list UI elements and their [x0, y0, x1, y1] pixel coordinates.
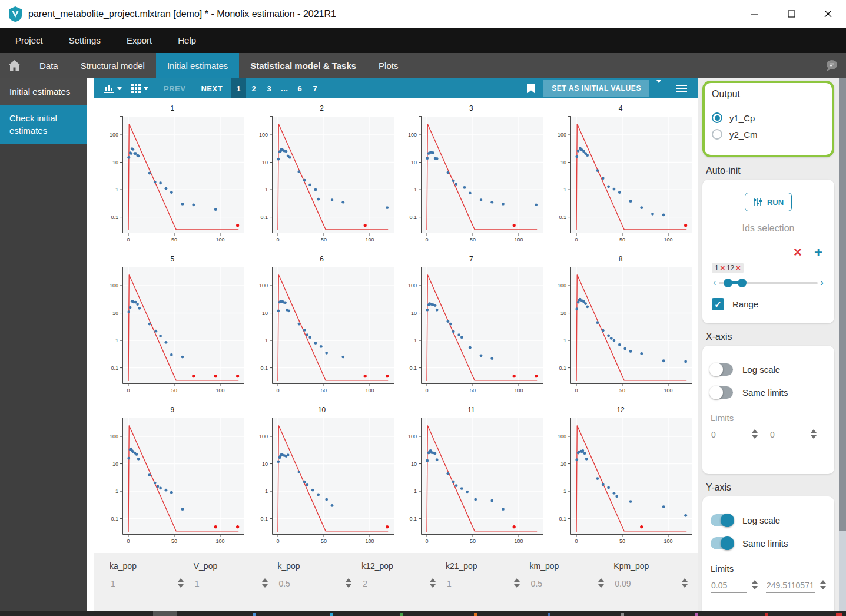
svg-text:10: 10: [262, 160, 268, 165]
slider-left-chevron-icon[interactable]: ‹: [711, 277, 719, 289]
svg-text:10: 10: [112, 160, 118, 165]
page-button-1[interactable]: 1: [231, 78, 246, 98]
hamburger-icon[interactable]: [676, 83, 687, 94]
y-log-scale-toggle[interactable]: [711, 514, 733, 526]
radio-selected-icon[interactable]: [712, 112, 722, 123]
menu-settings[interactable]: Settings: [69, 35, 101, 45]
y-limit-min-input[interactable]: [711, 579, 747, 593]
page-button-3[interactable]: 3: [261, 78, 277, 98]
param-stepper-k21_pop[interactable]: [514, 578, 520, 588]
remove-from-icon[interactable]: ✕: [720, 264, 725, 272]
slider-right-chevron-icon[interactable]: ›: [818, 277, 826, 289]
subplot-title: 11: [467, 406, 475, 416]
svg-text:50: 50: [470, 388, 476, 393]
svg-text:50: 50: [321, 538, 327, 544]
set-values-dropdown-button[interactable]: [649, 83, 668, 94]
subplot-5: 51001010.1050100: [98, 251, 247, 402]
sidebar-item-initial-estimates[interactable]: Initial estimates: [0, 78, 87, 105]
y-limit-max-stepper[interactable]: [820, 580, 826, 589]
svg-text:10: 10: [262, 310, 268, 316]
auto-init-card: RUN Ids selection ✕ + 1 ✕ 12 ✕ ‹: [702, 180, 834, 323]
tab-plots[interactable]: Plots: [367, 53, 409, 78]
svg-text:0: 0: [426, 237, 429, 243]
tab-data[interactable]: Data: [28, 53, 69, 78]
chevron-down-icon: [117, 87, 122, 90]
ids-range-to: 12: [726, 264, 734, 272]
radio-unselected-icon[interactable]: [712, 129, 722, 140]
param-input-k21_pop[interactable]: [446, 578, 509, 591]
bookmark-icon[interactable]: [527, 84, 535, 94]
x-limit-min-input[interactable]: [711, 429, 747, 442]
home-icon[interactable]: [0, 53, 28, 78]
menu-help[interactable]: Help: [178, 35, 196, 45]
param-input-k_pop[interactable]: [277, 578, 341, 591]
param-stepper-ka_pop[interactable]: [178, 578, 184, 588]
param-stepper-V_pop[interactable]: [262, 578, 268, 588]
page-button-7[interactable]: 7: [307, 78, 323, 98]
range-checkbox-row[interactable]: ✓ Range: [712, 298, 826, 310]
param-input-km_pop[interactable]: [530, 578, 593, 591]
svg-text:0: 0: [127, 538, 130, 544]
subplot-8: 81001010.1050100: [546, 251, 695, 402]
run-button[interactable]: RUN: [745, 193, 792, 211]
run-button-label: RUN: [767, 198, 784, 207]
x-same-limits-row[interactable]: Same limits: [711, 386, 826, 399]
page-button-6[interactable]: 6: [292, 78, 307, 98]
plus-icon[interactable]: +: [814, 247, 822, 258]
param-stepper-k_pop[interactable]: [346, 578, 351, 588]
maximize-icon[interactable]: [773, 0, 809, 28]
param-input-Kpm_pop[interactable]: [613, 578, 677, 591]
y-limit-min-stepper[interactable]: [752, 580, 758, 589]
subplot-1: 11001010.1050100: [98, 101, 247, 251]
close-icon[interactable]: [809, 0, 846, 28]
param-stepper-km_pop[interactable]: [598, 578, 604, 588]
subplot-title: 5: [171, 255, 175, 266]
x-limit-max-input[interactable]: [769, 429, 806, 442]
param-input-k12_pop[interactable]: [361, 578, 425, 591]
y-limit-max-input[interactable]: [766, 579, 815, 593]
x-limit-max-stepper[interactable]: [811, 429, 817, 439]
set-as-initial-values-button[interactable]: SET AS INITIAL VALUES: [543, 80, 649, 97]
tab-statistical-model-tasks[interactable]: Statistical model & Tasks: [239, 53, 367, 78]
y-same-limits-toggle[interactable]: [711, 537, 733, 549]
red-x-icon[interactable]: ✕: [793, 247, 802, 258]
settings-panel: Output y1_Cpy2_Cm Auto-init RUN: [698, 78, 839, 611]
minimize-icon[interactable]: [736, 0, 773, 28]
panel-scrollbar[interactable]: [839, 78, 846, 611]
param-label: km_pop: [530, 561, 614, 571]
param-label: Kpm_pop: [613, 561, 698, 571]
grid-layout-button[interactable]: [131, 84, 148, 93]
page-button-2[interactable]: 2: [246, 78, 261, 98]
tab-initial-estimates[interactable]: Initial estimates: [156, 53, 239, 78]
output-option-y2_Cm[interactable]: y2_Cm: [712, 129, 825, 140]
remove-to-icon[interactable]: ✕: [735, 264, 741, 272]
svg-text:0.1: 0.1: [559, 516, 567, 522]
sidebar-item-check-initial-estimates[interactable]: Check initial estimates: [0, 105, 87, 144]
svg-text:100: 100: [365, 538, 374, 544]
prev-page-button[interactable]: PREV: [164, 84, 185, 93]
x-log-scale-row[interactable]: Log scale: [711, 363, 826, 376]
menu-export[interactable]: Export: [127, 35, 152, 45]
param-stepper-Kpm_pop[interactable]: [682, 578, 688, 588]
tab-structural-model[interactable]: Structural model: [69, 53, 156, 78]
x-log-scale-toggle[interactable]: [711, 363, 733, 376]
param-input-ka_pop[interactable]: [110, 578, 173, 591]
chart-type-button[interactable]: [104, 84, 122, 93]
y-same-limits-row[interactable]: Same limits: [711, 537, 826, 549]
slider-handle-right[interactable]: [738, 279, 747, 287]
chat-bubble-icon[interactable]: [824, 59, 839, 73]
subplot-3: 31001010.1050100: [397, 101, 546, 251]
y-log-scale-row[interactable]: Log scale: [711, 514, 826, 526]
menu-project[interactable]: Project: [15, 35, 43, 45]
slider-track[interactable]: [719, 282, 818, 284]
slider-handle-left[interactable]: [724, 279, 732, 287]
range-checkbox[interactable]: ✓: [712, 298, 724, 310]
scrollbar-thumb[interactable]: [839, 78, 846, 531]
param-stepper-k12_pop[interactable]: [430, 578, 436, 588]
next-page-button[interactable]: NEXT: [201, 84, 223, 93]
x-limit-min-stepper[interactable]: [752, 429, 758, 439]
param-input-V_pop[interactable]: [194, 578, 257, 591]
x-same-limits-toggle[interactable]: [711, 386, 733, 399]
ids-slider: ‹ ›: [711, 277, 826, 289]
output-option-y1_Cp[interactable]: y1_Cp: [712, 112, 825, 123]
